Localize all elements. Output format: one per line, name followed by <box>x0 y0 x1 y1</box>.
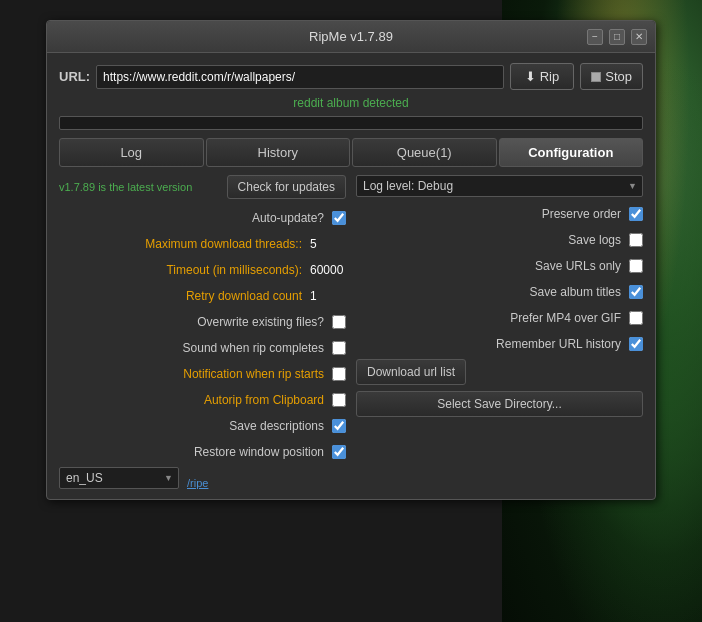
restorewin-label: Restore window position <box>59 445 328 459</box>
log-level-dropdown[interactable]: Log level: Debug Log level: Info Log lev… <box>356 175 643 197</box>
autorip-label: Autorip from Clipboard <box>59 393 328 407</box>
right-row-saveurls: Save URLs only <box>356 255 643 277</box>
saveurls-checkbox[interactable] <box>629 259 643 273</box>
maxthreads-value: 5 <box>306 237 346 251</box>
overwrite-label: Overwrite existing files? <box>59 315 328 329</box>
rip-icon: ⬇ <box>525 69 536 84</box>
savedesc-checkbox[interactable] <box>332 419 346 433</box>
download-url-button[interactable]: Download url list <box>356 359 466 385</box>
autorip-checkbox[interactable] <box>332 393 346 407</box>
right-row-urlhistory: Remember URL history <box>356 333 643 355</box>
maximize-button[interactable]: □ <box>609 29 625 45</box>
tab-history[interactable]: History <box>206 138 351 167</box>
timeout-label: Timeout (in milliseconds): <box>59 263 306 277</box>
restorewin-checkbox[interactable] <box>332 445 346 459</box>
config-right: Log level: Debug Log level: Info Log lev… <box>356 175 643 489</box>
config-row-autoupdate: Auto-update? <box>59 207 346 229</box>
config-panel: v1.7.89 is the latest version Check for … <box>59 175 643 489</box>
minimize-button[interactable]: − <box>587 29 603 45</box>
preserveorder-checkbox[interactable] <box>629 207 643 221</box>
savelogs-label: Save logs <box>568 233 625 247</box>
autoupdate-label: Auto-update? <box>59 211 328 225</box>
main-window: RipMe v1.7.89 − □ ✕ URL: ⬇ Rip Stop redd… <box>46 20 656 500</box>
retry-value: 1 <box>306 289 346 303</box>
tab-log[interactable]: Log <box>59 138 204 167</box>
timeout-value: 60000 <box>306 263 346 277</box>
mp4-checkbox[interactable] <box>629 311 643 325</box>
right-row-savealbum: Save album titles <box>356 281 643 303</box>
stop-icon <box>591 72 601 82</box>
config-left: v1.7.89 is the latest version Check for … <box>59 175 346 489</box>
maxthreads-label: Maximum download threads:: <box>59 237 306 251</box>
config-row-autorip: Autorip from Clipboard <box>59 389 346 411</box>
titlebar-buttons: − □ ✕ <box>587 29 647 45</box>
titlebar: RipMe v1.7.89 − □ ✕ <box>47 21 655 53</box>
stop-label: Stop <box>605 69 632 84</box>
stop-button[interactable]: Stop <box>580 63 643 90</box>
log-level-row: Log level: Debug Log level: Info Log lev… <box>356 175 643 197</box>
config-row-timeout: Timeout (in milliseconds): 60000 <box>59 259 346 281</box>
right-row-savelogs: Save logs <box>356 229 643 251</box>
rip-link[interactable]: /ripe <box>187 477 208 489</box>
bottom-left-row: en_US /ripe <box>59 467 346 489</box>
savealbum-label: Save album titles <box>530 285 625 299</box>
url-row: URL: ⬇ Rip Stop <box>59 63 643 90</box>
status-text: reddit album detected <box>59 96 643 110</box>
config-row-retry: Retry download count 1 <box>59 285 346 307</box>
tab-queue[interactable]: Queue(1) <box>352 138 497 167</box>
locale-wrapper: en_US <box>59 467 179 489</box>
tabs: Log History Queue(1) Configuration <box>59 138 643 167</box>
savelogs-checkbox[interactable] <box>629 233 643 247</box>
preserveorder-label: Preserve order <box>542 207 625 221</box>
savealbum-checkbox[interactable] <box>629 285 643 299</box>
rip-label: Rip <box>540 69 560 84</box>
progress-bar <box>59 116 643 130</box>
urlhistory-checkbox[interactable] <box>629 337 643 351</box>
window-content: URL: ⬇ Rip Stop reddit album detected Lo… <box>47 53 655 499</box>
urlhistory-label: Remember URL history <box>496 337 625 351</box>
config-row-notification: Notification when rip starts <box>59 363 346 385</box>
version-text: v1.7.89 is the latest version <box>59 181 221 193</box>
sound-checkbox[interactable] <box>332 341 346 355</box>
tab-configuration[interactable]: Configuration <box>499 138 644 167</box>
saveurls-label: Save URLs only <box>535 259 625 273</box>
rip-button[interactable]: ⬇ Rip <box>510 63 575 90</box>
sound-label: Sound when rip completes <box>59 341 328 355</box>
check-updates-button[interactable]: Check for updates <box>227 175 346 199</box>
config-row-savedesc: Save descriptions <box>59 415 346 437</box>
config-row-sound: Sound when rip completes <box>59 337 346 359</box>
config-row-overwrite: Overwrite existing files? <box>59 311 346 333</box>
save-dir-button[interactable]: Select Save Directory... <box>356 391 643 417</box>
retry-label: Retry download count <box>59 289 306 303</box>
config-row-maxthreads: Maximum download threads:: 5 <box>59 233 346 255</box>
autoupdate-checkbox[interactable] <box>332 211 346 225</box>
log-level-wrapper: Log level: Debug Log level: Info Log lev… <box>356 175 643 197</box>
update-row: v1.7.89 is the latest version Check for … <box>59 175 346 199</box>
close-button[interactable]: ✕ <box>631 29 647 45</box>
url-input[interactable] <box>96 65 504 89</box>
locale-dropdown[interactable]: en_US <box>59 467 179 489</box>
notification-checkbox[interactable] <box>332 367 346 381</box>
config-row-restorewin: Restore window position <box>59 441 346 463</box>
right-row-mp4: Prefer MP4 over GIF <box>356 307 643 329</box>
window-title: RipMe v1.7.89 <box>115 29 587 44</box>
savedesc-label: Save descriptions <box>59 419 328 433</box>
overwrite-checkbox[interactable] <box>332 315 346 329</box>
mp4-label: Prefer MP4 over GIF <box>510 311 625 325</box>
notification-label: Notification when rip starts <box>59 367 328 381</box>
right-row-preserveorder: Preserve order <box>356 203 643 225</box>
url-label: URL: <box>59 69 90 84</box>
